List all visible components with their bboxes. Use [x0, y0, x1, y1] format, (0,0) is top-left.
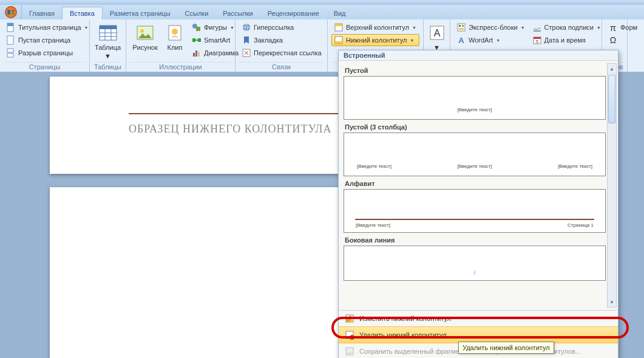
smartart-button[interactable]: SmartArt — [189, 34, 241, 46]
svg-rect-34 — [458, 24, 465, 31]
table-button[interactable]: Таблица ▼ — [92, 21, 124, 61]
scroll-up-icon[interactable]: ▲ — [608, 64, 616, 74]
shapes-button[interactable]: Фигуры ▼ — [189, 21, 241, 33]
chevron-down-icon: ▼ — [84, 26, 89, 30]
textbox-button[interactable]: A ▼ — [426, 21, 448, 53]
gallery-scrollbar[interactable]: ▲ ▼ — [607, 63, 617, 308]
svg-rect-22 — [198, 38, 201, 42]
page-break-label: Разрыв страницы — [18, 49, 73, 57]
tab-references[interactable]: Ссылки — [178, 7, 216, 19]
bookmark-icon — [242, 35, 251, 45]
office-button[interactable] — [0, 5, 22, 19]
header-icon — [334, 22, 344, 32]
footer-label: Нижний колонтитул — [346, 36, 407, 44]
chart-button[interactable]: Диаграмма — [189, 47, 241, 59]
svg-rect-36 — [462, 25, 464, 27]
chevron-down-icon: ▼ — [496, 38, 500, 43]
picture-icon — [135, 23, 155, 43]
placeholder-text: [Введите текст] — [457, 106, 493, 113]
svg-text:5: 5 — [536, 40, 538, 44]
svg-text:A: A — [433, 28, 440, 38]
symbol-button[interactable]: Ω — [606, 34, 640, 46]
datetime-label: Дата и время — [544, 36, 586, 44]
edit-footer-icon — [345, 314, 354, 323]
footer-gallery: Встроенный Пустой [Введите текст] Пустой… — [338, 50, 619, 358]
formula-label: Форм — [620, 24, 637, 31]
edit-footer-button[interactable]: Изменить нижний колонтитул — [339, 311, 618, 326]
shapes-icon — [192, 22, 202, 32]
group-links-label: Связи — [239, 62, 324, 72]
tab-view[interactable]: Вид — [327, 7, 353, 19]
page-break-icon — [6, 48, 16, 58]
svg-rect-49 — [346, 353, 353, 355]
sigline-button[interactable]: Строка подписи ▼ — [530, 21, 603, 33]
svg-rect-6 — [7, 36, 13, 44]
clip-button[interactable]: Клип — [163, 21, 187, 53]
gallery-item-blank[interactable]: [Введите текст] — [344, 76, 606, 120]
footer-icon — [334, 35, 344, 45]
tab-mailings[interactable]: Рассылки — [215, 7, 260, 19]
bookmark-button[interactable]: Закладка — [239, 34, 324, 46]
sigline-label: Строка подписи — [544, 24, 594, 31]
group-illustrations: Рисунок Клип Фигуры ▼ SmartArt — [126, 19, 236, 72]
group-illustrations-label: Иллюстрации — [130, 62, 231, 72]
wordart-button[interactable]: A WordArt ▼ — [454, 34, 527, 46]
cover-page-button[interactable]: Титульная страница ▼ — [4, 21, 91, 33]
chevron-down-icon: ▼ — [412, 26, 416, 30]
crossref-button[interactable]: Перекрестная ссылка — [239, 47, 324, 59]
header-label: Верхний колонтитул — [346, 24, 409, 31]
gallery-item-blank3[interactable]: [Введите текст] [Введите текст] [Введите… — [344, 133, 606, 176]
tab-insert[interactable]: Вставка — [62, 7, 103, 19]
save-selection-icon — [345, 346, 354, 356]
placeholder-text: [Введите текст] — [557, 163, 593, 170]
footer-button[interactable]: Нижний колонтитул ▼ — [331, 34, 419, 46]
crossref-icon — [242, 48, 251, 58]
svg-rect-2 — [11, 10, 14, 12]
quickparts-icon — [456, 22, 466, 32]
picture-button[interactable]: Рисунок — [130, 21, 160, 53]
svg-rect-29 — [335, 24, 342, 26]
placeholder-text: | — [473, 269, 476, 275]
chevron-down-icon: ▼ — [104, 52, 111, 60]
svg-rect-37 — [459, 28, 464, 30]
group-tables: Таблица ▼ Таблицы — [90, 19, 126, 72]
remove-footer-icon — [345, 330, 354, 340]
blank-page-icon — [6, 35, 16, 45]
gallery-header: Встроенный — [339, 50, 618, 61]
remove-footer-button[interactable]: Удалить нижний колонтитул — [339, 326, 618, 343]
svg-rect-10 — [100, 26, 117, 29]
scroll-thumb[interactable] — [608, 75, 615, 123]
wordart-icon: A — [456, 35, 466, 45]
tooltip: Удалить нижний колонтитул — [458, 342, 554, 354]
svg-rect-8 — [7, 53, 13, 57]
preview-rule — [355, 219, 594, 220]
header-button[interactable]: Верхний колонтитул ▼ — [331, 21, 419, 33]
hyperlink-button[interactable]: Гиперссылка — [239, 21, 324, 33]
svg-rect-21 — [192, 38, 195, 42]
tab-review[interactable]: Рецензирование — [260, 7, 327, 19]
blank-page-label: Пустая страница — [18, 36, 70, 44]
gallery-item-label: Алфавит — [345, 180, 606, 187]
tab-layout[interactable]: Разметка страницы — [103, 7, 178, 19]
gallery-item-label: Пустой — [345, 67, 606, 74]
chevron-down-icon: ▼ — [597, 26, 601, 30]
datetime-button[interactable]: 5 Дата и время — [530, 34, 603, 46]
tab-home[interactable]: Главная — [22, 7, 62, 19]
placeholder-text: [Введите текст] — [356, 163, 392, 170]
chevron-down-icon: ▼ — [521, 26, 525, 30]
svg-rect-5 — [7, 23, 13, 26]
blank-page-button[interactable]: Пустая страница — [4, 34, 91, 46]
clip-icon — [165, 23, 185, 43]
chart-label: Диаграмма — [204, 49, 239, 57]
svg-point-0 — [5, 6, 17, 18]
gallery-item-label: Боковая линия — [345, 236, 606, 244]
svg-rect-35 — [459, 25, 461, 27]
svg-rect-25 — [198, 52, 200, 57]
scroll-down-icon[interactable]: ▼ — [608, 297, 616, 307]
omega-icon: Ω — [608, 35, 618, 45]
gallery-item-alphabet[interactable]: [Введите текст] Страница 1 — [344, 189, 606, 233]
gallery-item-sideline[interactable]: | — [344, 246, 606, 281]
page-break-button[interactable]: Разрыв страницы — [4, 47, 91, 59]
quickparts-button[interactable]: Экспресс-блоки ▼ — [454, 21, 527, 33]
formula-button[interactable]: π Форм — [606, 21, 640, 33]
